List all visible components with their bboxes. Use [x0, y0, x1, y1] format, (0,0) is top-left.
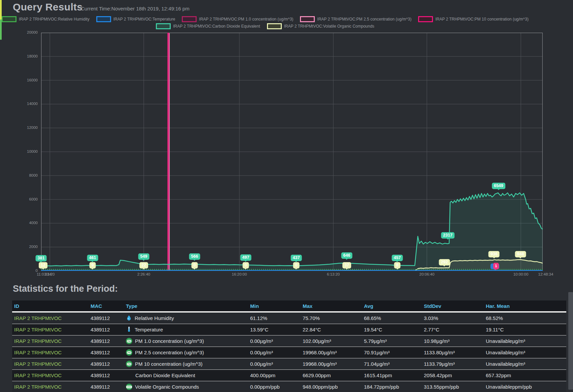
- y-tick-label: 2000: [0, 245, 38, 249]
- cell-avg: 70.91µg/m³: [362, 350, 422, 355]
- column-header-stddev[interactable]: StdDev: [422, 303, 484, 309]
- y-tick-label: 8000: [0, 173, 38, 177]
- icon-spacer: [126, 372, 133, 379]
- cell-avg: 184.72ppm/ppb: [362, 384, 422, 390]
- chart: 0200040006000800010000120001400016000180…: [0, 0, 573, 283]
- cell-mac: 4389112: [89, 327, 124, 332]
- value-badge-co2: 566: [189, 253, 200, 260]
- cell-stddev: 10.98µg/m³: [422, 338, 484, 344]
- cell-harmean: Unavailableµg/m³: [484, 350, 566, 355]
- pm-icon: PM: [126, 349, 132, 356]
- table-row-relative-humidity[interactable]: IRAP 2 TRHPMtVOC4389112Relative Humidity…: [12, 312, 566, 324]
- column-header-min[interactable]: Min: [248, 303, 301, 309]
- cell-id: IRAP 2 TRHPMtVOC: [12, 338, 89, 344]
- cell-harmean: 657.32ppm: [484, 372, 566, 378]
- x-tick-label: 20:06:40: [419, 272, 435, 276]
- stats-table: IDMACTypeMinMaxAvgStdDevHar. MeanIRAP 2 …: [12, 300, 566, 392]
- pm-icon: PM: [126, 338, 132, 344]
- y-tick-label: 4000: [0, 221, 38, 225]
- app-root: Query Results Current Time:November 18th…: [0, 0, 573, 392]
- cell-avg: 1615.41ppm: [362, 372, 422, 378]
- cell-harmean: Unavailableppm/ppb: [484, 384, 566, 390]
- cell-harmean: 19.11°C: [484, 327, 566, 332]
- table-row-pm-1-0-concentration-ug-m-3-[interactable]: IRAP 2 TRHPMtVOC4389112PMPM 1.0 concentr…: [12, 335, 566, 347]
- cell-max: 102.00µg/m³: [301, 338, 362, 344]
- humidity-icon: [126, 315, 132, 322]
- cell-max: 19968.00µg/m³: [301, 350, 362, 355]
- cell-mac: 4389112: [89, 338, 124, 344]
- cell-harmean: 68.52%: [484, 315, 566, 321]
- y-tick-label: 12000: [0, 126, 38, 130]
- sensor-type-label: PM 2.5 concentration (ug/m^3): [135, 350, 204, 355]
- cell-mac: 4389112: [89, 350, 124, 355]
- thermometer-icon: [126, 326, 132, 333]
- cell-stddev: 1133.80µg/m³: [422, 350, 484, 355]
- column-header-type[interactable]: Type: [124, 303, 248, 309]
- cell-min: 0.00µg/m³: [248, 361, 301, 367]
- cell-avg: 5.79µg/m³: [362, 338, 422, 344]
- cell-min: 0.00µg/m³: [248, 350, 301, 355]
- x-tick-label: 16:20:00: [232, 272, 247, 276]
- y-tick-label: 18000: [0, 54, 38, 58]
- cell-id: IRAP 2 TRHPMtVOC: [12, 372, 89, 378]
- value-badge-co2: 437: [291, 255, 302, 261]
- cell-min: 61.12%: [248, 315, 301, 321]
- cell-mac: 4389112: [89, 361, 124, 367]
- cell-type: VOCVolatile Organic Compounds: [124, 384, 248, 390]
- column-header-max[interactable]: Max: [301, 303, 362, 309]
- table-row-carbon-dioxide-equivalent[interactable]: IRAP 2 TRHPMtVOC4389112Carbon Dioxide Eq…: [12, 369, 566, 381]
- cell-id: IRAP 2 TRHPMtVOC: [12, 315, 89, 321]
- cell-harmean: Unavailableµg/m³: [484, 361, 566, 367]
- sensor-type-label: Relative Humidity: [135, 315, 174, 321]
- value-badge-co2: 549: [138, 253, 149, 260]
- value-badge-voc: 22: [139, 262, 148, 269]
- cell-avg: 19.54°C: [362, 327, 422, 332]
- cell-max: 75.70%: [301, 315, 362, 321]
- cell-id: IRAP 2 TRHPMtVOC: [12, 327, 89, 332]
- column-header-id[interactable]: ID: [12, 303, 89, 309]
- cell-min: 0.00ppm/ppb: [248, 384, 301, 390]
- cell-min: 13.59°C: [248, 327, 301, 332]
- cell-id: IRAP 2 TRHPMtVOC: [12, 361, 89, 367]
- table-row-volatile-organic-compounds[interactable]: IRAP 2 TRHPMtVOC4389112VOCVolatile Organ…: [12, 381, 566, 392]
- cell-stddev: 2058.42ppm: [422, 372, 484, 378]
- y-tick-label: 0: [0, 269, 38, 273]
- y-tick-label: 20000: [0, 30, 38, 34]
- chart-plot-area: [41, 33, 543, 271]
- sensor-type-label: Temperature: [135, 327, 163, 332]
- cell-id: IRAP 2 TRHPMtVOC: [12, 350, 89, 355]
- y-tick-label: 10000: [0, 149, 38, 153]
- table-row-pm-10-concentration-ug-m-3-[interactable]: IRAP 2 TRHPMtVOC4389112PMPM 10 concentra…: [12, 358, 566, 369]
- cell-type: PMPM 10 concentration (ug/m^3): [124, 361, 248, 367]
- cell-mac: 4389112: [89, 372, 124, 378]
- cell-id: IRAP 2 TRHPMtVOC: [12, 384, 89, 390]
- value-badge-voc: 0: [191, 262, 198, 269]
- value-badge-voc: 948: [515, 251, 526, 257]
- table-row-pm-2-5-concentration-ug-m-3-[interactable]: IRAP 2 TRHPMtVOC4389112PMPM 2.5 concentr…: [12, 347, 566, 358]
- sensor-type-label: PM 1.0 concentration (ug/m^3): [135, 338, 204, 344]
- pm-icon: PM: [126, 361, 132, 367]
- column-header-avg[interactable]: Avg: [362, 303, 422, 309]
- value-badge-pm10: 1: [493, 263, 499, 269]
- column-header-har-mean[interactable]: Har. Mean: [484, 303, 566, 309]
- value-badge-co2: 381: [36, 255, 47, 261]
- value-badge-voc: 37: [342, 262, 351, 269]
- cell-harmean: Unavailableµg/m³: [484, 338, 566, 344]
- x-tick-label: 12:48:34: [538, 272, 553, 276]
- value-badge-co2: 497: [240, 254, 251, 261]
- x-tick-label: 33:20: [45, 272, 55, 276]
- sensor-type-label: Volatile Organic Compounds: [135, 384, 199, 390]
- cell-mac: 4389112: [89, 315, 124, 321]
- cell-min: 0.00µg/m³: [248, 338, 301, 344]
- value-badge-co2: 457: [392, 255, 403, 261]
- y-tick-label: 14000: [0, 102, 38, 106]
- vertical-scrollbar-thumb[interactable]: [568, 292, 573, 390]
- column-header-mac[interactable]: MAC: [89, 303, 124, 309]
- cell-avg: 68.65%: [362, 315, 422, 321]
- value-badge-co2: 6549: [492, 183, 505, 189]
- cell-mac: 4389112: [89, 384, 124, 390]
- cell-type: Temperature: [124, 326, 248, 333]
- table-row-temperature[interactable]: IRAP 2 TRHPMtVOC4389112Temperature13.59°…: [12, 324, 566, 335]
- cell-stddev: 1133.79µg/m³: [422, 361, 484, 367]
- cell-max: 6629.00ppm: [301, 372, 362, 378]
